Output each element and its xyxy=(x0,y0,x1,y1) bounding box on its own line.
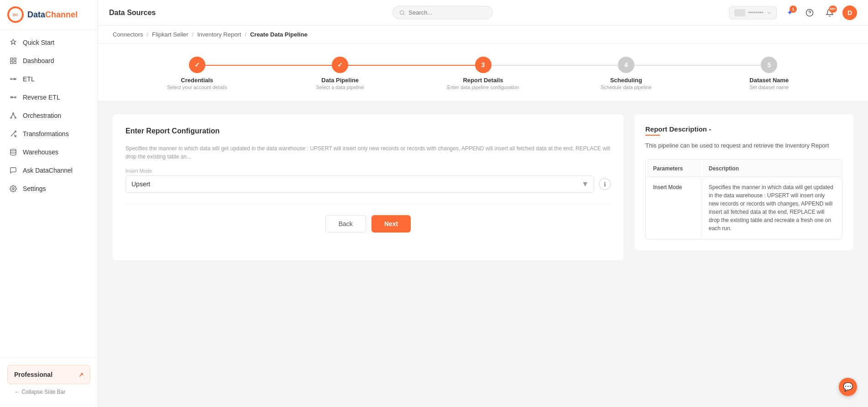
page-title: Data Sources xyxy=(109,9,156,17)
collapse-label: ← Collapse Side Bar xyxy=(15,389,65,395)
svg-rect-2 xyxy=(10,61,13,63)
step-data-pipeline: ✓ Data Pipeline Select a data pipeline xyxy=(268,57,411,90)
help-button[interactable] xyxy=(802,5,817,20)
breadcrumb: Connectors / Flipkart Seller / Inventory… xyxy=(98,26,868,44)
table-header-row: Parameters Description xyxy=(647,161,841,177)
step-dataset-name: 5 Dataset Name Set dataset name xyxy=(698,57,841,90)
sidebar-item-label: Reverse ETL xyxy=(23,94,60,101)
breadcrumb-inventory-report[interactable]: Inventory Report xyxy=(197,31,241,38)
step-circle-scheduling: 4 xyxy=(618,57,634,73)
logo-text: DataChannel xyxy=(27,10,78,20)
param-name: Insert Mode xyxy=(647,178,701,238)
sidebar-footer: Professional ↗ ← Collapse Side Bar xyxy=(0,357,98,407)
report-card: Report Description - This pipeline can b… xyxy=(634,114,853,250)
svg-point-19 xyxy=(400,11,403,14)
svg-rect-3 xyxy=(14,61,16,63)
star-button[interactable]: ✦ 1 xyxy=(782,5,797,20)
step-sublabel-dataset-name: Set dataset name xyxy=(749,85,789,90)
orchestration-icon xyxy=(9,111,17,120)
step-circle-report-details: 3 xyxy=(475,57,492,73)
step-sublabel-scheduling: Schedule data pipeline xyxy=(601,85,651,90)
table-row: Insert Mode Specifies the manner in whic… xyxy=(647,178,841,238)
breadcrumb-sep-1: / xyxy=(146,31,148,38)
sidebar-item-transformations[interactable]: Transformations xyxy=(0,125,98,143)
step-check-1: ✓ xyxy=(194,61,200,69)
step-label-data-pipeline: Data Pipeline xyxy=(321,77,359,84)
back-button[interactable]: Back xyxy=(325,215,366,233)
collapse-sidebar-button[interactable]: ← Collapse Side Bar xyxy=(7,384,90,400)
step-scheduling: 4 Scheduling Schedule data pipeline xyxy=(554,57,697,90)
report-description-text: This pipeline can be used to request and… xyxy=(645,141,842,150)
form-left: Enter Report Configuration Specifies the… xyxy=(113,114,623,260)
info-icon-button[interactable]: ℹ xyxy=(599,178,611,190)
step-sublabel-report-details: Enter data pipeline configuration xyxy=(447,85,519,90)
sidebar-item-label: ETL xyxy=(23,75,35,83)
breadcrumb-sep-3: / xyxy=(245,31,246,38)
question-icon xyxy=(805,9,814,17)
header-actions: •••••••• ✦ 1 99+ D xyxy=(729,5,857,20)
breadcrumb-current: Create Data Pipeline xyxy=(250,31,308,38)
sidebar-item-reverse-etl[interactable]: Reverse ETL xyxy=(0,88,98,106)
form-card: Enter Report Configuration Specifies the… xyxy=(113,114,623,260)
search-input[interactable] xyxy=(408,9,486,16)
select-container: Upsert Append Replace ▼ xyxy=(125,175,594,193)
sidebar-item-label: Settings xyxy=(23,185,46,192)
sidebar-item-dashboard[interactable]: Dashboard xyxy=(0,52,98,70)
warehouses-icon xyxy=(9,148,17,156)
chat-icon xyxy=(9,166,17,174)
breadcrumb-connectors[interactable]: Connectors xyxy=(113,31,143,38)
form-buttons: Back Next xyxy=(125,215,611,233)
step-label-scheduling: Scheduling xyxy=(610,77,642,84)
professional-label: Professional xyxy=(14,371,52,378)
step-circle-credentials: ✓ xyxy=(189,57,205,73)
user-avatar-placeholder xyxy=(734,9,745,16)
table-head: Parameters Description xyxy=(647,161,841,177)
rocket-icon xyxy=(9,38,17,47)
sidebar-item-label: Ask DataChannel xyxy=(23,167,73,174)
step-number-3: 3 xyxy=(481,61,485,69)
insert-mode-description: Specifies the manner in which data will … xyxy=(125,144,611,161)
content-area: Connectors / Flipkart Seller / Inventory… xyxy=(98,26,868,407)
form-right: Report Description - This pipeline can b… xyxy=(634,114,853,260)
breadcrumb-flipkart-seller[interactable]: Flipkart Seller xyxy=(152,31,188,38)
svg-point-18 xyxy=(12,188,14,190)
step-credentials: ✓ Credentials Select your account detail… xyxy=(125,57,268,90)
reverse-etl-icon xyxy=(9,93,17,101)
next-button[interactable]: Next xyxy=(371,215,411,233)
badge-count: 99+ xyxy=(829,5,837,13)
report-title-underline xyxy=(645,135,660,136)
step-sublabel-data-pipeline: Select a data pipeline xyxy=(316,85,364,90)
sidebar-item-label: Quick Start xyxy=(23,39,54,46)
field-label-insert-mode: Insert Mode xyxy=(125,168,611,174)
breadcrumb-sep-2: / xyxy=(192,31,194,38)
chevron-down-icon xyxy=(766,10,772,16)
logo[interactable]: DataChannel xyxy=(0,0,98,30)
sidebar-item-ask-datachannel[interactable]: Ask DataChannel xyxy=(0,161,98,180)
search-bar[interactable] xyxy=(392,6,493,19)
chat-button[interactable]: 💬 xyxy=(839,378,857,396)
sidebar-item-label: Dashboard xyxy=(23,57,54,64)
professional-box[interactable]: Professional ↗ xyxy=(7,365,90,384)
stepper: ✓ Credentials Select your account detail… xyxy=(125,57,841,90)
user-name: •••••••• xyxy=(748,10,763,16)
sidebar-item-settings[interactable]: Settings xyxy=(0,180,98,198)
step-report-details: 3 Report Details Enter data pipeline con… xyxy=(412,57,554,90)
sidebar-nav: Quick Start Dashboard ETL Reverse ETL xyxy=(0,30,98,357)
sidebar-item-quick-start[interactable]: Quick Start xyxy=(0,33,98,52)
svg-rect-1 xyxy=(14,58,16,60)
search-icon xyxy=(399,10,405,16)
settings-icon xyxy=(9,185,17,193)
step-number-5: 5 xyxy=(767,61,771,69)
sidebar-item-label: Transformations xyxy=(23,130,69,137)
svg-line-14 xyxy=(13,114,16,117)
step-sublabel-credentials: Select your account details xyxy=(167,85,227,90)
info-symbol: ℹ xyxy=(604,181,606,188)
notification-button[interactable]: 99+ xyxy=(822,5,837,20)
user-dropdown-button[interactable]: •••••••• xyxy=(729,6,777,19)
avatar[interactable]: D xyxy=(842,5,857,20)
svg-line-13 xyxy=(11,114,13,117)
insert-mode-select[interactable]: Upsert Append Replace xyxy=(125,175,594,193)
sidebar-item-etl[interactable]: ETL xyxy=(0,70,98,88)
sidebar-item-warehouses[interactable]: Warehouses xyxy=(0,143,98,161)
sidebar-item-orchestration[interactable]: Orchestration xyxy=(0,106,98,125)
